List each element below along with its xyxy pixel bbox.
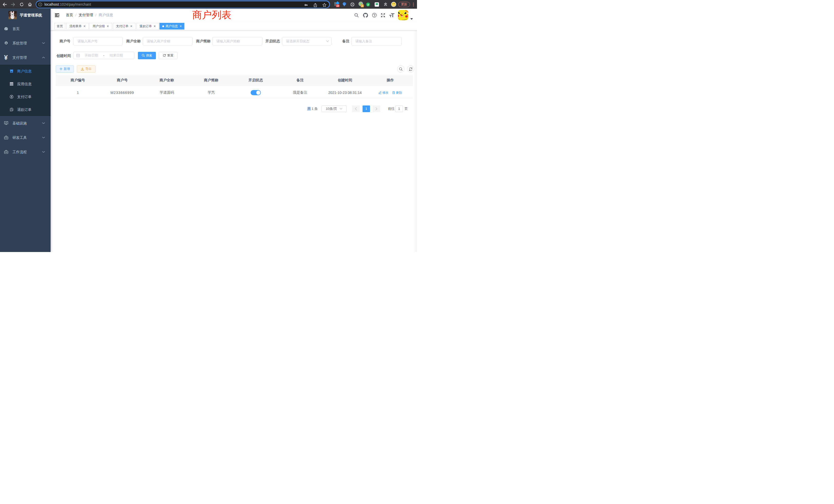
svg-text:1: 1 <box>362 5 363 7</box>
svg-text:y: y <box>368 3 369 6</box>
svg-text:10: 10 <box>336 5 339 7</box>
